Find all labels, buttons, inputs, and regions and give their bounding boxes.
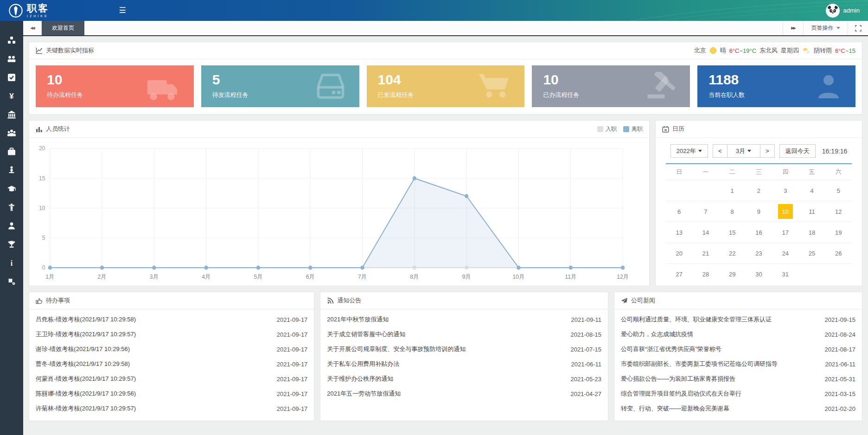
notice-item-text[interactable]: 2021年中秋节放假通知 [327,315,394,324]
sidebar-item-training[interactable] [0,179,23,198]
app-logo[interactable]: 职客 IZHIKE [0,3,57,18]
sidebar-item-growth[interactable] [0,198,23,217]
user-icon [7,221,16,230]
todo-item-text[interactable]: 吕尭栋-绩效考核(2021/9/17 10:29:58) [36,315,141,324]
todo-item-text[interactable]: 陈丽娜-绩效考核(2021/9/17 10:29:56) [36,390,141,398]
calendar-day[interactable]: 3 [772,180,798,201]
calendar-day[interactable]: 11 [798,201,825,222]
fullscreen-button[interactable] [848,21,868,35]
sidebar-item-settings[interactable] [0,272,23,291]
todo-item-text[interactable]: 王卫玲-绩效考核(2021/9/17 10:29:57) [36,330,141,339]
notice-item-date: 2021-05-23 [571,376,602,383]
sidebar-item-profile[interactable] [0,217,23,235]
stat-card-pending-flows[interactable]: 5 待发流程任务 [201,65,359,107]
stat-card-todo-flows[interactable]: 10 待办流程任务 [36,65,194,107]
calendar-day[interactable]: 17 [772,222,798,243]
todo-item-text[interactable]: 曹冬-绩效考核(2021/9/17 10:29:58) [36,360,135,368]
prev-month-button[interactable]: < [713,145,727,157]
calendar-day[interactable]: 20 [666,243,692,263]
calendar-day[interactable]: 30 [746,263,772,284]
staff-area-chart: 051015201月2月3月4月5月6月7月8月9月10月11月12月 [29,138,649,286]
next-month-button[interactable]: > [760,145,774,157]
calendar-day[interactable]: 23 [746,243,772,263]
todo-item-text[interactable]: 许菊林-绩效考核(2021/9/17 10:29:57) [36,404,141,413]
calendar-day[interactable]: 24 [772,243,798,263]
todo-item-text[interactable]: 谢珍-绩效考核(2021/9/17 10:29:56) [36,345,135,353]
news-item-text[interactable]: 爱心捐款公告——为装卸工杨家青募捐报告 [621,375,741,383]
avatar[interactable] [826,4,840,18]
calendar-day[interactable]: 14 [692,222,719,243]
legend-item-left[interactable]: 离职 [623,125,643,133]
notice-item-text[interactable]: 关于维护办公秩序的通知 [327,375,399,383]
calendar-day[interactable]: 10 [772,201,798,222]
stat-card-sent-flows[interactable]: 104 已发流程任务 [367,65,525,107]
today-button[interactable]: 返回今天 [779,144,816,158]
sidebar-item-finance[interactable]: ¥ [0,87,23,105]
notice-item-text[interactable]: 关于开展公司规章制度、安全与事故预防培训的通知 [327,345,471,353]
calendar-day[interactable]: 21 [692,243,719,263]
calendar-day[interactable]: 26 [825,243,852,263]
calendar-day[interactable]: 5 [825,180,852,201]
sidebar-item-organization[interactable] [0,105,23,124]
calendar-day[interactable]: 29 [719,263,746,284]
legend-item-hired[interactable]: 入职 [597,125,617,133]
sidebar-item-info[interactable]: i [0,254,23,272]
stat-card-done-flows[interactable]: 10 已办流程任务 [532,65,690,107]
day-number: 25 [804,246,819,261]
hamburger-menu-icon[interactable]: ☰ [113,6,132,15]
day-number: 22 [725,246,740,261]
svg-text:12月: 12月 [617,274,629,280]
calendar-day[interactable]: 12 [825,201,852,222]
calendar-day[interactable]: 9 [746,201,772,222]
tab-home[interactable]: 欢迎首页 [42,21,84,35]
calendar-day[interactable]: 2 [746,180,772,201]
calendar-day[interactable]: 8 [719,201,746,222]
calendar-day[interactable]: 28 [692,263,719,284]
rss-icon [327,297,334,304]
year-select[interactable]: 2022年 [670,144,708,158]
calendar-day[interactable]: 31 [772,263,798,284]
calendar-day[interactable] [666,180,692,201]
calendar-day[interactable]: 27 [666,263,692,284]
calendar-day[interactable] [798,263,825,284]
calendar-day[interactable]: 7 [692,201,719,222]
sidebar-item-cubes[interactable] [0,31,23,50]
calendar-day[interactable]: 6 [666,201,692,222]
sidebar-item-performance[interactable] [0,235,23,254]
sidebar-item-tasks[interactable] [0,68,23,87]
news-item-text[interactable]: 转变、行动、突破——迎新晚会完美谢幕 [621,404,735,413]
calendar-day[interactable]: 25 [798,243,825,263]
notice-item-text[interactable]: 关于私车公用费用补贴办法 [327,360,405,368]
notice-item-text[interactable]: 2021年五一劳动节放假通知 [327,390,406,398]
calendar-day[interactable]: 4 [798,180,825,201]
calendar-day[interactable]: 1 [719,180,746,201]
calendar-day[interactable]: 19 [825,222,852,243]
calendar-day[interactable]: 13 [666,222,692,243]
calendar-day[interactable] [692,180,719,201]
calendar-day[interactable]: 15 [719,222,746,243]
notice-item-text[interactable]: 关于成立销管客服中心的通知 [327,330,411,339]
todo-item-text[interactable]: 何蒙肖-绩效考核(2021/9/17 10:29:57) [36,375,141,383]
sidebar-item-team[interactable] [0,124,23,142]
news-item-text[interactable]: 公司顺利通过质量、环境、职业健康安全管理三体系认证 [621,315,777,324]
sidebar-item-recruit[interactable] [0,161,23,179]
calendar-day[interactable]: 18 [798,222,825,243]
weekday-label: 四 [772,164,798,180]
day-number: 28 [698,267,713,281]
calendar-day[interactable] [825,263,852,284]
news-item-text[interactable]: 市委组织部副部长、市委两新工委项书记莅临公司调研指导 [621,360,783,368]
news-item-text[interactable]: 爱心助力，众志成城抗疫情 [621,330,699,339]
tab-actions-dropdown[interactable]: 页签操作 [803,21,848,35]
sidebar-item-users[interactable] [0,50,23,68]
tabs-scroll-left-button[interactable]: ◀◀ [23,21,42,35]
calendar-day[interactable]: 22 [719,243,746,263]
sun-cloud-icon [802,47,811,54]
tabs-scroll-right-button[interactable]: ▶▶ [783,21,803,35]
sidebar-item-work[interactable] [0,142,23,161]
news-item-text[interactable]: 公司喜获“浙江省优秀供应商”荣誉称号 [621,345,727,353]
calendar-day[interactable]: 16 [746,222,772,243]
stat-card-headcount[interactable]: 1188 当前在职人数 [697,65,855,107]
gavel-icon [645,72,678,101]
month-select[interactable]: 3月 [727,145,760,157]
news-item-text[interactable]: 综合管理提升项目签约及启动仪式在天台举行 [621,390,747,398]
